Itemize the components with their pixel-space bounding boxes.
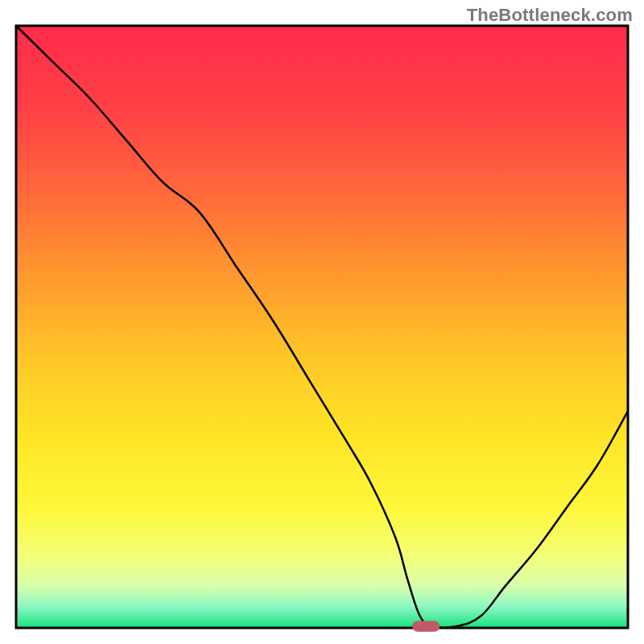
chart-container: TheBottleneck.com — [0, 0, 644, 644]
bottleneck-chart — [0, 0, 644, 644]
optimal-marker — [412, 621, 440, 631]
plot-background — [16, 26, 628, 628]
watermark-text: TheBottleneck.com — [467, 5, 633, 26]
